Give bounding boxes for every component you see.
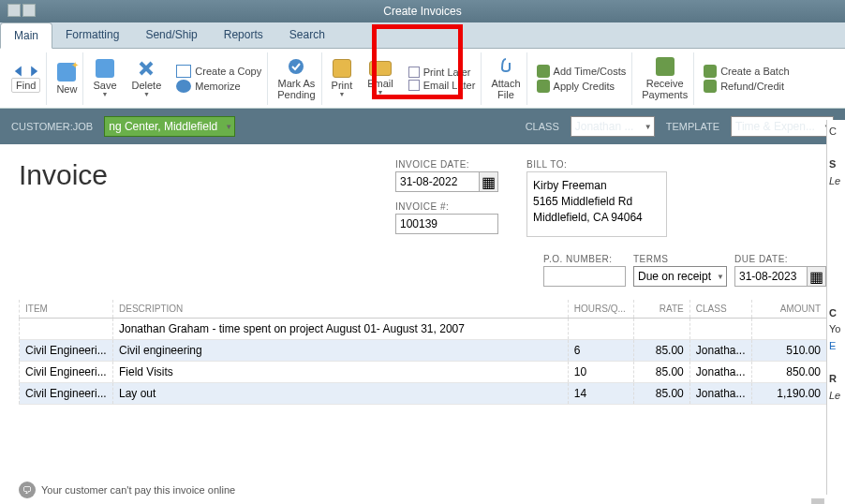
memorize-icon: [176, 80, 191, 93]
table-row[interactable]: Civil Engineeri...Civil engineering685.0…: [20, 340, 827, 362]
apply-credits-button[interactable]: Apply Credits: [537, 80, 615, 93]
template-combo[interactable]: Time & Expen...▼: [731, 116, 834, 137]
terms-label: TERMS: [633, 254, 727, 264]
attach-button[interactable]: Attach File: [485, 52, 526, 105]
table-row[interactable]: Jonathan Graham - time spent on project …: [20, 319, 827, 340]
create-batch-button[interactable]: Create a Batch: [704, 65, 789, 78]
bill-label: BILL TO:: [526, 159, 667, 170]
invoice-heading: Invoice: [19, 159, 367, 191]
table-scrollbar[interactable]: [811, 498, 824, 504]
sub-header: CUSTOMER:JOB ng Center, Middlefield▼ CLA…: [0, 109, 845, 144]
dropdown-icon: ▼: [225, 123, 232, 131]
due-label: DUE DATE:: [734, 254, 826, 264]
email-icon: [369, 61, 392, 76]
refund-icon: [704, 80, 717, 93]
calendar-icon[interactable]: ▦: [808, 266, 826, 287]
save-icon: [96, 59, 114, 78]
prev-arrow-icon[interactable]: [12, 65, 25, 78]
new-icon: ✦: [57, 63, 76, 82]
new-button[interactable]: ✦ New: [51, 52, 83, 105]
print-icon: [333, 59, 351, 78]
po-input[interactable]: [543, 266, 626, 287]
paperclip-icon: [497, 57, 515, 76]
mark-pending-button[interactable]: Mark As Pending: [272, 52, 321, 105]
credits-icon: [537, 80, 550, 93]
th-amount: AMOUNT: [751, 300, 826, 319]
side-panel: C S Le C Yo E R Le: [826, 120, 845, 495]
table-row[interactable]: Civil Engineeri...Field Visits1085.00Jon…: [20, 362, 827, 383]
add-time-button[interactable]: Add Time/Costs: [537, 65, 627, 78]
th-item: ITEM: [20, 300, 113, 319]
time-credits-group: Add Time/Costs Apply Credits: [531, 52, 633, 105]
class-combo[interactable]: Jonathan ...▼: [571, 116, 655, 137]
email-button[interactable]: Email ▼: [362, 52, 399, 105]
table-row[interactable]: Civil Engineeri...Lay out1485.00Jonatha.…: [20, 383, 827, 405]
clock-icon: [537, 65, 550, 78]
th-rate: RATE: [633, 300, 689, 319]
tab-main[interactable]: Main: [0, 22, 52, 49]
delete-icon: [137, 59, 156, 78]
delete-button[interactable]: Delete ▼: [126, 52, 168, 105]
num-label: INVOICE #:: [395, 201, 498, 212]
line-items-table: ITEM DESCRIPTION HOURS/Q... RATE CLASS A…: [19, 300, 826, 405]
class-label: CLASS: [526, 121, 559, 132]
num-input[interactable]: [395, 214, 498, 234]
tab-send-ship[interactable]: Send/Ship: [132, 22, 210, 48]
customer-label: CUSTOMER:JOB: [11, 121, 93, 132]
th-hours: HOURS/Q...: [568, 300, 633, 319]
tab-formatting[interactable]: Formatting: [52, 22, 132, 48]
email-later-check[interactable]: Email Later: [408, 80, 476, 91]
memorize-button[interactable]: Memorize: [176, 80, 240, 93]
po-label: P.O. NUMBER:: [543, 254, 626, 264]
calendar-icon[interactable]: ▦: [480, 171, 498, 192]
check-icon: [287, 57, 305, 76]
receive-payments-button[interactable]: Receive Payments: [636, 52, 694, 105]
footer: 🗩 Your customer can't pay this invoice o…: [19, 482, 235, 498]
footer-msg: Your customer can't pay this invoice onl…: [41, 484, 235, 496]
bill-to-box[interactable]: Kirby Freeman 5165 Middlefield Rd Middle…: [526, 171, 667, 237]
info-icon: 🗩: [19, 482, 36, 498]
print-button[interactable]: Print ▼: [326, 52, 359, 105]
content-area: Invoice INVOICE DATE: ▦ INVOICE #: BILL …: [0, 144, 845, 420]
copy-memorize-group: Create a Copy Memorize: [170, 52, 268, 105]
tab-search[interactable]: Search: [276, 22, 338, 48]
terms-combo[interactable]: Due on receipt▼: [633, 266, 727, 287]
checkbox-icon: [408, 67, 420, 78]
receive-icon: [656, 57, 675, 76]
save-button[interactable]: Save ▼: [87, 52, 122, 105]
main-tabs: Main Formatting Send/Ship Reports Search: [0, 22, 845, 49]
th-class: CLASS: [689, 300, 751, 319]
window-title: Create Invoices: [383, 5, 461, 18]
dropdown-icon: ▼: [645, 123, 652, 131]
window-controls[interactable]: [7, 4, 37, 20]
date-label: INVOICE DATE:: [395, 159, 498, 170]
checkbox-icon: [408, 80, 420, 91]
later-group: Print Later Email Later: [403, 52, 482, 105]
due-input[interactable]: [734, 266, 808, 287]
create-copy-button[interactable]: Create a Copy: [176, 65, 261, 78]
template-label: TEMPLATE: [666, 121, 719, 132]
batch-refund-group: Create a Batch Refund/Credit: [698, 52, 794, 105]
print-later-check[interactable]: Print Later: [408, 67, 471, 78]
find-label: Find: [11, 78, 40, 93]
next-arrow-icon[interactable]: [27, 65, 40, 78]
batch-icon: [704, 65, 717, 78]
ribbon: Find ✦ New Save ▼ Delete ▼ Create a Copy…: [0, 49, 845, 109]
customer-combo[interactable]: ng Center, Middlefield▼: [104, 116, 235, 137]
find-group[interactable]: Find: [6, 52, 47, 105]
svg-point-0: [289, 59, 304, 74]
copy-icon: [176, 65, 191, 78]
th-desc: DESCRIPTION: [113, 300, 569, 319]
title-bar: Create Invoices: [0, 0, 845, 22]
tab-reports[interactable]: Reports: [211, 22, 276, 48]
date-input[interactable]: [395, 171, 480, 192]
refund-button[interactable]: Refund/Credit: [704, 80, 784, 93]
dropdown-icon: ▼: [717, 273, 724, 281]
